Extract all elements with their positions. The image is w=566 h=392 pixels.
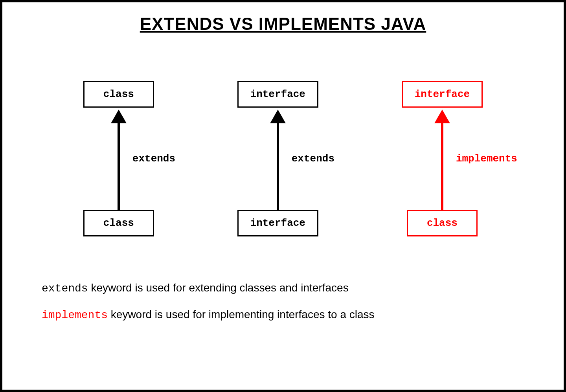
arrow-up-icon [430, 108, 454, 210]
svg-marker-0 [111, 110, 127, 123]
notes-section: extends keyword is used for extending cl… [26, 280, 540, 333]
keyword-implements: implements [42, 309, 108, 321]
diagram-frame: EXTENDS VS IMPLEMENTS JAVA class extends… [0, 0, 566, 392]
svg-marker-2 [270, 110, 286, 123]
arrow-label: extends [132, 153, 175, 165]
column-interface-class: interface implements class [402, 81, 483, 236]
keyword-extends: extends [42, 282, 88, 295]
box-top: class [83, 81, 154, 108]
box-bottom: interface [237, 210, 318, 236]
box-bottom: class [407, 210, 478, 236]
note-extends-text: keyword is used for extending classes an… [88, 282, 349, 294]
page-title: EXTENDS VS IMPLEMENTS JAVA [26, 14, 540, 34]
arrow-area: extends [266, 108, 290, 210]
arrow-up-icon [266, 108, 290, 210]
arrow-area: extends [107, 108, 130, 210]
box-bottom: class [83, 210, 154, 236]
svg-marker-4 [434, 110, 450, 123]
arrow-up-icon [107, 108, 130, 210]
diagrams-row: class extends class interface extends in… [26, 81, 540, 236]
note-implements-text: keyword is used for implementing interfa… [108, 308, 375, 321]
note-implements: implements keyword is used for implement… [42, 306, 524, 324]
note-extends: extends keyword is used for extending cl… [42, 280, 524, 297]
column-class-class: class extends class [83, 81, 154, 236]
arrow-area: implements [430, 108, 454, 210]
column-interface-interface: interface extends interface [237, 81, 318, 236]
box-top: interface [237, 81, 318, 108]
box-top: interface [402, 81, 483, 108]
arrow-label: extends [292, 153, 334, 165]
arrow-label: implements [456, 153, 517, 165]
